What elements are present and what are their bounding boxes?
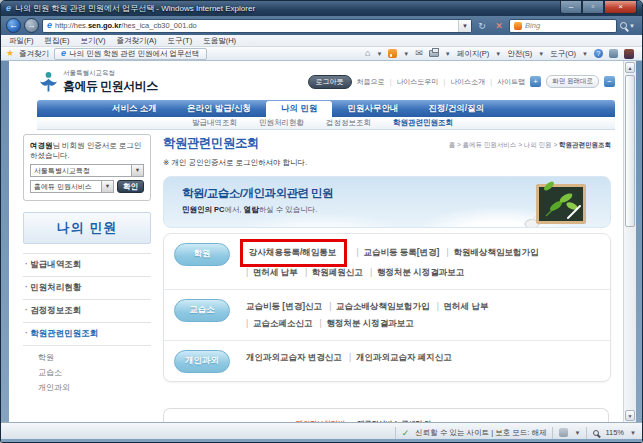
subnav-hakwon-minwon[interactable]: 학원관련민원조회 [393,118,453,128]
search-box[interactable]: Bing [509,19,617,33]
favorites-button[interactable]: 즐겨찾기 [19,49,49,59]
feed-dropdown-icon[interactable]: ▼ [403,51,409,57]
site-logo[interactable]: 서울특별시교육청 홈에듀 민원서비스 [39,69,158,95]
link-gyoseupso-closure[interactable]: 교습소폐소신고 [246,318,312,328]
extension-icon[interactable] [609,49,618,58]
sidebar-item-hakwon-minwon[interactable]: 학원관련민원조회 [23,323,151,346]
safety-menu[interactable]: 안전(S) [507,49,532,59]
title-bar[interactable]: e 나의 민원 학원 관련 민원에서 업무선택 - Windows Intern… [1,1,642,16]
link-instructor-hire-report[interactable]: 강사채용등록/해임통보 [249,247,336,257]
link-tuition-register[interactable]: 교습비등 등록[변경] [352,247,440,257]
nav-minwon-guide[interactable]: 민원사무안내 [332,100,413,117]
link-gyoseupso-license-tax[interactable]: 면허세 납부 [432,301,489,311]
feed-icon[interactable] [388,49,397,58]
url-dropdown-icon[interactable]: ▼ [458,20,471,32]
service-select-arrow-icon[interactable]: ▼ [101,181,113,192]
scroll-down-icon[interactable]: ▼ [625,410,635,421]
close-button[interactable]: × [604,1,637,14]
zoom-dropdown-icon[interactable]: ▼ [630,430,636,436]
menu-help[interactable]: 도움말(H) [203,36,236,46]
sidebar-item-exam-info[interactable]: 검정정보조회 [23,300,151,323]
menu-edit[interactable]: 편집(E) [45,36,70,46]
private-tutoring-label-button[interactable]: 개인과외 [174,350,230,373]
link-license-tax[interactable]: 면허세 납부 [246,267,298,277]
maximize-button[interactable]: ▫ [582,1,604,14]
print-icon[interactable] [429,50,439,57]
tools-menu[interactable]: 도구(O) [550,49,576,59]
link-hakwon-liability-insurance[interactable]: 학원배상책임보험가입 [442,247,539,257]
link-gyoseupso-liability-insurance[interactable]: 교습소배상책임보험가입 [324,301,429,311]
home-dropdown-icon[interactable]: ▼ [376,51,382,57]
privacy-policy-link[interactable]: 개인정보처리방침 [296,419,348,422]
gyoseupso-label-button[interactable]: 교습소 [174,299,230,322]
menu-view[interactable]: 보기(V) [81,36,106,46]
favorites-star-icon[interactable]: ★ [6,49,14,58]
print-dropdown-icon[interactable]: ▼ [445,51,451,57]
sidebar-item-processing-status[interactable]: 민원처리현황 [23,277,151,300]
confirm-button[interactable]: 확인 [117,180,144,193]
blackboard-image [522,180,588,228]
hakwon-links-line2: 면허세 납부 학원폐원신고 행정처분 시정결과보고 [246,264,538,281]
extension2-icon[interactable] [624,49,634,59]
nav-online-issue[interactable]: 온라인 발급/신청 [172,100,266,117]
back-button[interactable]: ← [6,18,21,33]
tools-dropdown-icon[interactable]: ▼ [582,51,588,57]
nav-service-intro[interactable]: 서비스 소개 [97,100,172,117]
nav-my-minwon[interactable]: 나의 민원 [266,101,332,117]
link-tutor-closure-report[interactable]: 개인과외교습자 폐지신고 [344,352,452,362]
browser-tab[interactable]: e 나의 민원 학원 관련 민원에서 업무선택 [54,48,206,60]
mail-icon[interactable]: ✉ [415,49,423,58]
sidebar-sub-private-tutoring[interactable]: 개인과외 [38,380,151,395]
scrollbar-thumb[interactable] [625,75,635,227]
sidebar-sub-gyoseupso[interactable]: 교습소 [38,365,151,380]
sidebar-item-issue-history[interactable]: 발급내역조회 [23,253,151,277]
safety-dropdown-icon[interactable]: ▼ [538,51,544,57]
compatibility-icon[interactable] [559,428,568,437]
menu-favorites[interactable]: 즐겨찾기(A) [117,36,157,46]
page-dropdown-icon[interactable]: ▼ [495,51,501,57]
home-icon[interactable]: ⌂ [365,49,370,58]
sidebar-sub-hakwon[interactable]: 학원 [38,350,151,365]
help-icon[interactable]: ? [594,49,603,58]
menu-tools[interactable]: 도구(T) [168,36,193,46]
logout-button[interactable]: 로그아웃 [308,75,352,89]
footer-info: 개인정보처리방침 | 대국민서비스 콜센터 안내 원하시는 지역을 선택하세요.… [296,419,596,422]
screen-reset-button[interactable]: 화면 원래대로 [546,75,599,88]
vertical-scrollbar[interactable]: ▲ ▼ [623,61,636,422]
callcenter-link[interactable]: 대국민서비스 콜센터 안내 [358,419,433,422]
refresh-button[interactable]: ↻ [475,19,489,33]
url-domain: sen.go.kr [88,21,121,30]
url-field[interactable]: e http://hes.sen.go.kr/hes_ica_cb30_001.… [42,19,472,33]
subnav-processing-status[interactable]: 민원처리현황 [259,118,304,128]
subnav-issue-history[interactable]: 발급내역조회 [192,118,237,128]
page-menu[interactable]: 페이지(P) [457,49,490,59]
nav-petition[interactable]: 진정/건의/질의 [413,100,499,117]
link-neis-intro[interactable]: 나이스소개 [444,77,486,87]
link-hakwon-closure[interactable]: 학원폐원신고 [300,267,363,277]
org-select-arrow-icon[interactable]: ▼ [131,165,143,176]
zoom-out-icon[interactable]: − [604,76,615,87]
link-tutor-change-report[interactable]: 개인과외교습자 변경신고 [246,352,342,362]
org-select[interactable]: 서울특별시교육청 ▼ [30,164,144,177]
link-sitemap[interactable]: 사이트맵 [490,77,525,87]
compatibility-dropdown-icon[interactable]: ▼ [574,430,580,436]
hakwon-label-button[interactable]: 학원 [174,243,230,266]
subnav-exam-info[interactable]: 검정정보조회 [326,118,371,128]
minimize-button[interactable]: – [560,1,582,14]
link-neis-helper[interactable]: 나이스도우미 [390,77,439,87]
link-home[interactable]: 처음으로 [357,77,385,87]
link-gyoseupso-tuition-report[interactable]: 교습비등 [변경]신고 [246,301,322,311]
hakwon-links: 강사채용등록/해임통보 교습비등 등록[변경] 학원배상책임보험가입 면허세 납… [246,242,538,281]
zoom-in-icon[interactable]: + [530,76,541,87]
forward-button[interactable]: → [24,18,39,33]
link-hakwon-correction-report[interactable]: 행정처분 시정결과보고 [365,267,464,277]
zoom-status-icon[interactable] [593,430,599,436]
link-gyoseupso-correction-report[interactable]: 행정처분 시정결과보고 [315,318,414,328]
search-go[interactable]: ▼ [620,22,637,29]
search-dropdown-icon[interactable]: ▼ [629,23,635,29]
sidebar-menu: 발급내역조회 민원처리현황 검정정보조회 학원관련민원조회 학원 교습소 개인과… [23,253,151,395]
stop-button[interactable]: ✕ [492,19,506,33]
service-select[interactable]: 홈에듀 민원서비스 ▼ [30,180,114,193]
menu-file[interactable]: 파일(F) [9,36,34,46]
scroll-up-icon[interactable]: ▲ [625,62,635,73]
